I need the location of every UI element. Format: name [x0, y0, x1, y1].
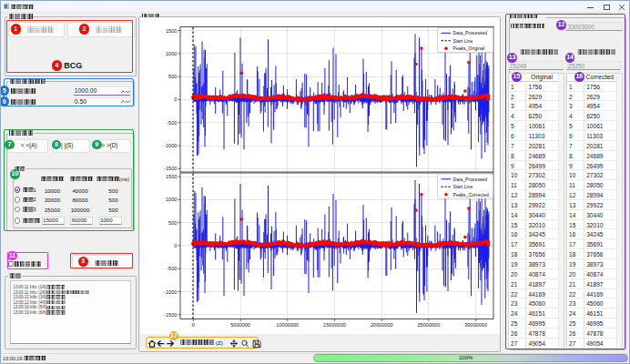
- svg-text:1000: 1000: [166, 51, 177, 56]
- svg-text:-1500: -1500: [164, 312, 177, 318]
- svg-text:15000000: 15000000: [323, 322, 346, 328]
- svg-text:-1000: -1000: [164, 289, 177, 295]
- svg-text:Data_Processed: Data_Processed: [453, 30, 488, 35]
- svg-text:Data_Processed: Data_Processed: [453, 177, 488, 182]
- svg-text:500: 500: [168, 220, 177, 226]
- svg-text:Start Line: Start Line: [453, 38, 473, 44]
- svg-text:5000000: 5000000: [230, 322, 250, 328]
- svg-text:Peaks_Original: Peaks_Original: [453, 46, 485, 51]
- svg-text:1500: 1500: [166, 174, 177, 179]
- svg-text:-1000: -1000: [164, 143, 177, 148]
- svg-text:-1500: -1500: [164, 166, 177, 171]
- svg-text:0: 0: [174, 243, 177, 248]
- svg-text:Start Line: Start Line: [453, 184, 473, 189]
- svg-text:20000000: 20000000: [371, 322, 393, 328]
- svg-text:1500: 1500: [166, 28, 177, 34]
- svg-text:1000: 1000: [166, 197, 177, 202]
- svg-text:25000000: 25000000: [417, 322, 440, 328]
- svg-text:-500: -500: [167, 120, 177, 126]
- svg-text:Peaks_Corrected: Peaks_Corrected: [453, 192, 490, 197]
- svg-text:500: 500: [168, 74, 177, 79]
- svg-text:10000000: 10000000: [276, 322, 299, 328]
- svg-text:-500: -500: [167, 266, 177, 271]
- svg-text:30000000: 30000000: [464, 322, 487, 328]
- svg-text:0: 0: [192, 322, 195, 328]
- svg-text:0: 0: [174, 96, 177, 102]
